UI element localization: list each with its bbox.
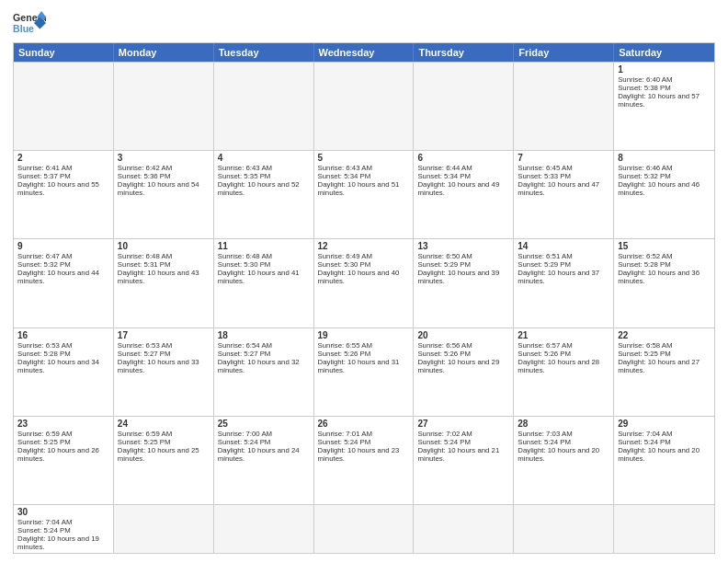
calendar-cell: 24Sunrise: 6:59 AMSunset: 5:25 PMDayligh…	[114, 417, 214, 504]
day-info: Sunrise: 6:46 AMSunset: 5:32 PMDaylight:…	[618, 164, 700, 197]
day-info: Sunrise: 7:02 AMSunset: 5:24 PMDaylight:…	[417, 430, 499, 463]
day-number: 27	[417, 419, 509, 429]
calendar-cell: 2Sunrise: 6:41 AMSunset: 5:37 PMDaylight…	[14, 151, 114, 238]
calendar-cell	[114, 505, 214, 553]
day-number: 4	[218, 153, 310, 163]
day-info: Sunrise: 7:00 AMSunset: 5:24 PMDaylight:…	[218, 430, 300, 463]
calendar-cell: 30Sunrise: 7:04 AMSunset: 5:24 PMDayligh…	[14, 505, 114, 553]
calendar-cell: 28Sunrise: 7:03 AMSunset: 5:24 PMDayligh…	[514, 417, 614, 504]
day-info: Sunrise: 6:47 AMSunset: 5:32 PMDaylight:…	[17, 252, 99, 285]
calendar-cell	[614, 505, 714, 553]
day-info: Sunrise: 6:58 AMSunset: 5:25 PMDaylight:…	[618, 341, 700, 374]
calendar-row-2: 9Sunrise: 6:47 AMSunset: 5:32 PMDaylight…	[14, 238, 714, 327]
calendar-cell: 3Sunrise: 6:42 AMSunset: 5:36 PMDaylight…	[114, 151, 214, 238]
calendar-cell: 12Sunrise: 6:49 AMSunset: 5:30 PMDayligh…	[314, 239, 415, 327]
day-info: Sunrise: 6:49 AMSunset: 5:30 PMDaylight:…	[318, 252, 400, 285]
calendar-cell: 10Sunrise: 6:48 AMSunset: 5:31 PMDayligh…	[114, 239, 214, 327]
day-number: 1	[618, 64, 711, 75]
day-number: 11	[218, 241, 310, 251]
day-number: 13	[417, 241, 509, 251]
calendar-cell: 17Sunrise: 6:53 AMSunset: 5:27 PMDayligh…	[114, 328, 214, 416]
day-number: 15	[618, 241, 711, 251]
header: General Blue	[13, 9, 715, 37]
calendar-cell: 8Sunrise: 6:46 AMSunset: 5:32 PMDaylight…	[614, 151, 714, 238]
header-day-saturday: Saturday	[614, 43, 714, 62]
day-number: 17	[118, 330, 210, 340]
day-number: 23	[17, 419, 109, 429]
day-number: 7	[518, 153, 609, 163]
calendar-cell: 19Sunrise: 6:55 AMSunset: 5:26 PMDayligh…	[314, 328, 415, 416]
calendar-cell: 1Sunrise: 6:40 AMSunset: 5:38 PMDaylight…	[614, 63, 714, 150]
day-number: 8	[618, 153, 711, 163]
calendar-row-0: 1Sunrise: 6:40 AMSunset: 5:38 PMDaylight…	[14, 62, 714, 150]
calendar-cell: 26Sunrise: 7:01 AMSunset: 5:24 PMDayligh…	[314, 417, 415, 504]
day-number: 25	[218, 419, 310, 429]
calendar-cell	[14, 63, 114, 150]
day-info: Sunrise: 7:01 AMSunset: 5:24 PMDaylight:…	[318, 430, 400, 463]
day-number: 2	[17, 153, 109, 163]
day-number: 28	[518, 419, 609, 429]
day-info: Sunrise: 6:56 AMSunset: 5:26 PMDaylight:…	[417, 341, 499, 374]
day-number: 3	[118, 153, 210, 163]
calendar-cell: 27Sunrise: 7:02 AMSunset: 5:24 PMDayligh…	[414, 417, 514, 504]
day-number: 12	[318, 241, 410, 251]
day-info: Sunrise: 6:41 AMSunset: 5:37 PMDaylight:…	[17, 164, 99, 197]
day-info: Sunrise: 7:04 AMSunset: 5:24 PMDaylight:…	[17, 518, 99, 551]
calendar-cell: 9Sunrise: 6:47 AMSunset: 5:32 PMDaylight…	[14, 239, 114, 327]
day-info: Sunrise: 6:51 AMSunset: 5:29 PMDaylight:…	[518, 252, 599, 285]
day-number: 22	[618, 330, 711, 340]
calendar: SundayMondayTuesdayWednesdayThursdayFrid…	[13, 42, 715, 554]
calendar-cell: 25Sunrise: 7:00 AMSunset: 5:24 PMDayligh…	[214, 417, 314, 504]
calendar-cell: 18Sunrise: 6:54 AMSunset: 5:27 PMDayligh…	[214, 328, 314, 416]
calendar-row-4: 23Sunrise: 6:59 AMSunset: 5:25 PMDayligh…	[14, 416, 714, 504]
day-number: 19	[318, 330, 410, 340]
day-number: 18	[218, 330, 310, 340]
day-info: Sunrise: 6:53 AMSunset: 5:27 PMDaylight:…	[118, 341, 199, 374]
day-number: 20	[417, 330, 509, 340]
day-info: Sunrise: 6:55 AMSunset: 5:26 PMDaylight:…	[318, 341, 400, 374]
day-info: Sunrise: 6:48 AMSunset: 5:30 PMDaylight:…	[218, 252, 300, 285]
calendar-cell	[114, 63, 214, 150]
calendar-cell	[214, 63, 314, 150]
day-info: Sunrise: 7:04 AMSunset: 5:24 PMDaylight:…	[618, 430, 700, 463]
calendar-cell: 23Sunrise: 6:59 AMSunset: 5:25 PMDayligh…	[14, 417, 114, 504]
calendar-cell: 7Sunrise: 6:45 AMSunset: 5:33 PMDaylight…	[514, 151, 614, 238]
calendar-cell	[514, 63, 614, 150]
day-info: Sunrise: 6:44 AMSunset: 5:34 PMDaylight:…	[417, 164, 499, 197]
calendar-cell: 16Sunrise: 6:53 AMSunset: 5:28 PMDayligh…	[14, 328, 114, 416]
day-number: 24	[118, 419, 210, 429]
day-number: 14	[518, 241, 609, 251]
calendar-cell	[314, 505, 415, 553]
day-number: 9	[17, 241, 109, 251]
calendar-cell: 22Sunrise: 6:58 AMSunset: 5:25 PMDayligh…	[614, 328, 714, 416]
calendar-row-3: 16Sunrise: 6:53 AMSunset: 5:28 PMDayligh…	[14, 327, 714, 416]
calendar-cell	[414, 63, 514, 150]
header-day-friday: Friday	[514, 43, 614, 62]
day-info: Sunrise: 6:43 AMSunset: 5:35 PMDaylight:…	[218, 164, 300, 197]
day-info: Sunrise: 6:48 AMSunset: 5:31 PMDaylight:…	[118, 252, 199, 285]
calendar-cell	[214, 505, 314, 553]
calendar-cell: 5Sunrise: 6:43 AMSunset: 5:34 PMDaylight…	[314, 151, 415, 238]
day-info: Sunrise: 6:57 AMSunset: 5:26 PMDaylight:…	[518, 341, 599, 374]
calendar-cell	[514, 505, 614, 553]
day-info: Sunrise: 6:53 AMSunset: 5:28 PMDaylight:…	[17, 341, 99, 374]
calendar-cell: 11Sunrise: 6:48 AMSunset: 5:30 PMDayligh…	[214, 239, 314, 327]
day-number: 26	[318, 419, 410, 429]
header-day-tuesday: Tuesday	[214, 43, 314, 62]
calendar-header: SundayMondayTuesdayWednesdayThursdayFrid…	[14, 43, 714, 62]
day-info: Sunrise: 6:45 AMSunset: 5:33 PMDaylight:…	[518, 164, 599, 197]
day-info: Sunrise: 6:59 AMSunset: 5:25 PMDaylight:…	[17, 430, 99, 463]
calendar-body: 1Sunrise: 6:40 AMSunset: 5:38 PMDaylight…	[14, 62, 714, 553]
day-info: Sunrise: 6:52 AMSunset: 5:28 PMDaylight:…	[618, 252, 700, 285]
day-info: Sunrise: 6:42 AMSunset: 5:36 PMDaylight:…	[118, 164, 199, 197]
day-number: 30	[17, 507, 109, 517]
page: General Blue SundayMondayTuesdayWednesda…	[0, 0, 728, 563]
calendar-cell: 13Sunrise: 6:50 AMSunset: 5:29 PMDayligh…	[414, 239, 514, 327]
day-number: 21	[518, 330, 609, 340]
header-day-monday: Monday	[114, 43, 214, 62]
day-info: Sunrise: 6:54 AMSunset: 5:27 PMDaylight:…	[218, 341, 300, 374]
calendar-cell: 21Sunrise: 6:57 AMSunset: 5:26 PMDayligh…	[514, 328, 614, 416]
header-day-wednesday: Wednesday	[314, 43, 415, 62]
day-info: Sunrise: 6:43 AMSunset: 5:34 PMDaylight:…	[318, 164, 400, 197]
calendar-cell	[314, 63, 415, 150]
